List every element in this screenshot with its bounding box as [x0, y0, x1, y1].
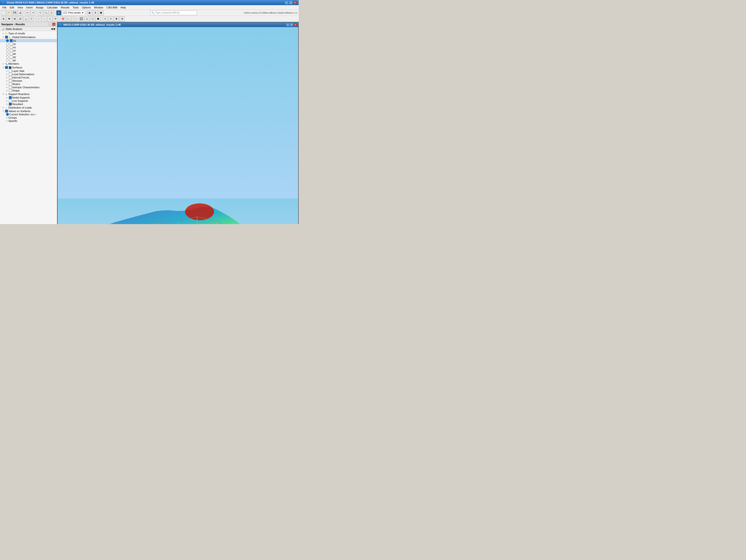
render-button[interactable]: D: [56, 10, 61, 16]
tree-line-supports[interactable]: ▷ Line Supports: [0, 99, 57, 103]
checkbox-layer-side[interactable]: [9, 69, 12, 73]
tb-extra-1[interactable]: ▶: [87, 10, 92, 16]
radio-phiy[interactable]: [6, 56, 9, 58]
tb2-2[interactable]: ✱: [6, 16, 12, 22]
tree-support-reactions[interactable]: ▽ ⊥ Support Reactions: [0, 92, 57, 96]
viewport-top-canvas[interactable]: [58, 27, 298, 224]
tb2-19[interactable]: ✔: [108, 16, 113, 22]
tree-phiy[interactable]: φy: [0, 55, 57, 59]
menu-help[interactable]: Help: [119, 6, 127, 9]
tree-stresses[interactable]: ▷ Stresses: [0, 79, 57, 82]
new-button[interactable]: 📄: [1, 10, 6, 16]
select-button[interactable]: ↖: [38, 10, 43, 16]
tree-members[interactable]: ▷ 🔩 Members: [0, 62, 57, 65]
vp-top-maximize[interactable]: □: [290, 23, 293, 26]
tb2-8[interactable]: ↕: [42, 16, 47, 22]
vp-top-minimize[interactable]: ─: [286, 23, 289, 26]
tree-u-abs[interactable]: |u|: [0, 39, 57, 42]
radio-uz[interactable]: [6, 49, 9, 52]
tree-layer-side[interactable]: ▷ Layer Side: [0, 69, 57, 73]
tb2-15[interactable]: ◻: [84, 16, 89, 22]
tree-surfaces[interactable]: ▽ ⬛ Surfaces: [0, 65, 57, 69]
tb-extra-3[interactable]: ⏹: [98, 10, 104, 16]
radio-phiz[interactable]: [6, 59, 9, 62]
tb-extra-2[interactable]: ⏸: [93, 10, 98, 16]
checkbox-phix[interactable]: [10, 52, 12, 55]
checkbox-internal-forces[interactable]: [9, 76, 12, 79]
nav-close-btn[interactable]: ✕: [52, 23, 56, 26]
tb2-7[interactable]: ↔: [36, 16, 41, 22]
tb2-4[interactable]: ⊟: [18, 16, 23, 22]
nav-nav-next[interactable]: ▶: [54, 27, 56, 30]
tree-local-def[interactable]: ▷ Local Deformations: [0, 73, 57, 76]
checkbox-local-def[interactable]: [9, 73, 12, 76]
tb2-9[interactable]: ⤡: [47, 16, 53, 22]
save-button[interactable]: 💾: [12, 10, 17, 16]
radio-u-abs[interactable]: [6, 39, 9, 42]
tree-global-deformations[interactable]: ▽ 📐 Global Deformations: [0, 35, 57, 39]
tb2-16[interactable]: ⬡: [90, 16, 95, 22]
tree-strains[interactable]: ▷ Strains: [0, 82, 57, 86]
tb2-1[interactable]: ⊕: [1, 16, 6, 22]
zoom-button[interactable]: 🔍: [44, 10, 49, 16]
radio-phix[interactable]: [6, 52, 9, 55]
menu-tools[interactable]: Tools: [71, 6, 80, 9]
menu-insert[interactable]: Insert: [25, 6, 34, 9]
tb2-21[interactable]: ⚙: [119, 16, 124, 22]
tree-specific[interactable]: ▷ Specific: [0, 119, 57, 122]
tree-internal-forces[interactable]: ▷ Internal Forces: [0, 76, 57, 79]
checkbox-uz[interactable]: [10, 49, 12, 52]
tb2-5[interactable]: △: [23, 16, 28, 22]
menu-cad-bim[interactable]: CAD-BIM: [105, 6, 118, 9]
checkbox-isotropic[interactable]: [9, 86, 12, 89]
tree-values-surfaces[interactable]: ▽ Values on Surfaces: [0, 110, 57, 113]
pan-button[interactable]: ✋: [49, 10, 54, 16]
checkbox-surfaces[interactable]: [5, 66, 8, 69]
checkbox-line-supports[interactable]: [9, 100, 12, 102]
checkbox-strains[interactable]: [9, 83, 12, 85]
tree-isotropic[interactable]: ▷ Isotropic Characteristics: [0, 86, 57, 89]
tree-shape[interactable]: ▷ Shape: [0, 89, 57, 92]
checkbox-nodal-supports[interactable]: [9, 96, 12, 99]
open-button[interactable]: 📂: [6, 10, 12, 16]
tree-nodal-supports[interactable]: ▷ Nodal Supports: [0, 96, 57, 99]
checkbox-u-abs[interactable]: [10, 39, 12, 42]
checkbox-phiy[interactable]: [10, 56, 12, 58]
tree-uz[interactable]: uz: [0, 49, 57, 52]
checkbox-global-def[interactable]: [5, 36, 8, 38]
tb2-3[interactable]: ⊞: [12, 16, 17, 22]
checkbox-values-surfaces[interactable]: [5, 110, 8, 113]
checkbox-ux[interactable]: [10, 43, 12, 45]
tb2-13[interactable]: 📏: [71, 16, 77, 22]
tree-phiz[interactable]: φz: [0, 59, 57, 62]
tree-type-results[interactable]: ▷ 📁 Type of results: [0, 31, 57, 35]
checkbox-stresses[interactable]: [9, 79, 12, 82]
menu-edit[interactable]: Edit: [8, 6, 16, 9]
nav-restore-btn[interactable]: □: [49, 23, 52, 26]
search-input[interactable]: 🔍 Type a keyword (Alt+Q): [150, 10, 197, 15]
tree-phix[interactable]: φx: [0, 52, 57, 55]
checkbox-shape[interactable]: [9, 89, 12, 92]
menu-file[interactable]: File: [1, 6, 8, 9]
tb2-11[interactable]: 🎯: [60, 16, 65, 22]
menu-window[interactable]: Window: [93, 6, 105, 9]
tree-groups[interactable]: ▷ Groups: [0, 116, 57, 119]
tb2-17[interactable]: ⬢: [95, 16, 101, 22]
radio-current-sel[interactable]: [6, 113, 9, 116]
tb2-18[interactable]: ✂: [103, 16, 108, 22]
undo-button[interactable]: ↩: [25, 10, 30, 16]
tree-resultant[interactable]: ▷ Resultant: [0, 103, 57, 106]
tree-ux[interactable]: ux: [0, 42, 57, 46]
tb2-10[interactable]: ⟳: [53, 16, 58, 22]
radio-uy[interactable]: [6, 46, 9, 49]
tb2-14[interactable]: 🔲: [79, 16, 84, 22]
nav-nav-prev[interactable]: ◀: [51, 27, 53, 30]
menu-options[interactable]: Options: [81, 6, 92, 9]
radio-ux[interactable]: [6, 43, 9, 45]
vp-top-close[interactable]: ✕: [293, 23, 297, 26]
tb2-12[interactable]: 📐: [66, 16, 71, 22]
maximize-button[interactable]: □: [289, 1, 293, 4]
tree-uy[interactable]: uy: [0, 46, 57, 49]
tree-dist-loads[interactable]: ▷ ↓ Distribution of Loads: [0, 106, 57, 110]
menu-assign[interactable]: Assign: [34, 6, 45, 9]
